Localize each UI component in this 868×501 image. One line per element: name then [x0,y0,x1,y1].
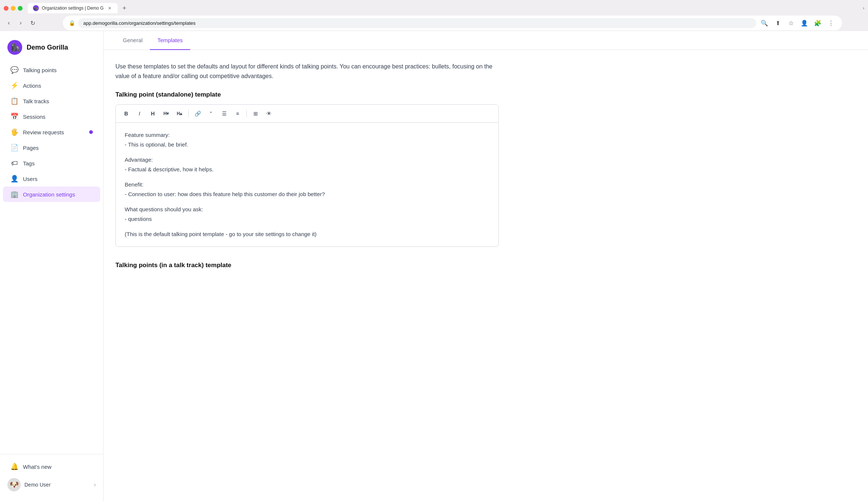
reload-button[interactable]: ↻ [27,18,38,28]
section1-title: Talking point (standalone) template [115,91,499,98]
sidebar: 🦍 Demo Gorilla 💬 Talking points ⚡ Action… [0,31,104,501]
tab-close-button[interactable]: ✕ [107,5,112,11]
tab-overflow-button[interactable]: › [863,6,864,11]
editor-line: Feature summary:- This is optional, be b… [125,130,489,149]
review-requests-icon: 🖐 [10,128,18,136]
share-icon[interactable]: ⬆ [773,18,783,28]
pages-icon: 📄 [10,144,18,152]
sidebar-item-label: Pages [23,145,39,151]
user-row[interactable]: 🐶 Demo User › [0,474,103,495]
toolbar-separator2 [246,110,247,117]
blockquote-button[interactable]: " [205,108,217,120]
link-button[interactable]: 🔗 [192,108,203,120]
sidebar-item-label: Review requests [23,129,64,135]
sidebar-nav: 💬 Talking points ⚡ Actions 📋 Talk tracks… [0,62,103,202]
editor-line: Benefit:- Connection to user: how does t… [125,180,489,199]
sidebar-item-label: Talking points [23,67,57,73]
actions-icon: ⚡ [10,81,18,90]
page-description: Use these templates to set the defaults … [115,62,499,81]
editor1-container: B I H H▾ H▴ 🔗 " ☰ ≡ ⊞ 👁 Feature summar [115,104,499,247]
browser-chrome: 🦍 Organization settings | Demo G ✕ + › ‹… [0,0,868,31]
toolbar-separator [188,110,189,117]
sidebar-item-talking-points[interactable]: 💬 Talking points [3,62,100,78]
maximize-window-button[interactable] [18,6,23,11]
table-button[interactable]: ⊞ [250,108,262,120]
logo-text: Demo Gorilla [27,44,68,51]
sidebar-item-pages[interactable]: 📄 Pages [3,140,100,155]
browser-toolbar-icons: 🔍 ⬆ ☆ 👤 🧩 ⋮ [759,18,836,28]
sidebar-item-review-requests[interactable]: 🖐 Review requests [3,124,100,140]
h1-button[interactable]: H [147,108,159,120]
section2-title: Talking points (in a talk track) templat… [115,262,499,269]
sidebar-item-label: Sessions [23,114,46,120]
sidebar-item-talk-tracks[interactable]: 📋 Talk tracks [3,93,100,109]
sidebar-bottom: 🔔 What's new 🐶 Demo User › [0,454,103,495]
close-window-button[interactable] [4,6,9,11]
menu-icon[interactable]: ⋮ [826,18,836,28]
h2-button[interactable]: H▾ [160,108,172,120]
editor-line: (This is the default talking point templ… [125,229,489,239]
talk-tracks-icon: 📋 [10,97,18,105]
sidebar-item-label: Tags [23,160,35,167]
app-container: 🦍 Demo Gorilla 💬 Talking points ⚡ Action… [0,31,868,501]
bookmark-icon[interactable]: ☆ [786,18,796,28]
user-avatar: 🐶 [7,478,21,491]
sidebar-logo: 🦍 Demo Gorilla [0,37,103,62]
sidebar-item-actions[interactable]: ⚡ Actions [3,78,100,93]
address-bar-row: ‹ › ↻ 🔒 🔍 ⬆ ☆ 👤 🧩 ⋮ [4,16,864,30]
new-tab-button[interactable]: + [119,3,129,13]
editor1-body[interactable]: Feature summary:- This is optional, be b… [116,123,498,246]
sidebar-item-label: Users [23,176,37,182]
minimize-window-button[interactable] [11,6,16,11]
tabs-bar: General Templates [104,31,868,50]
tab-general[interactable]: General [115,31,150,50]
bold-button[interactable]: B [120,108,132,120]
sidebar-item-organization-settings[interactable]: 🏢 Organization settings [3,186,100,202]
tags-icon: 🏷 [10,159,18,167]
italic-button[interactable]: I [134,108,145,120]
whats-new-icon: 🔔 [10,463,18,471]
active-tab[interactable]: 🦍 Organization settings | Demo G ✕ [28,3,118,13]
back-button[interactable]: ‹ [4,18,14,28]
address-bar: 🔒 🔍 ⬆ ☆ 👤 🧩 ⋮ [63,16,842,30]
tab-favicon: 🦍 [33,5,39,11]
window-controls [4,6,23,11]
user-menu-chevron: › [94,481,96,488]
sidebar-item-label: Actions [23,83,41,89]
whats-new-label: What's new [23,464,51,470]
sidebar-item-whats-new[interactable]: 🔔 What's new [3,459,100,474]
sidebar-item-users[interactable]: 👤 Users [3,171,100,186]
ordered-list-button[interactable]: ≡ [232,108,243,120]
sidebar-item-tags[interactable]: 🏷 Tags [3,155,100,171]
url-input[interactable] [78,18,756,28]
h3-button[interactable]: H▴ [174,108,185,120]
logo-icon: 🦍 [7,40,22,55]
tabs-area: 🦍 Organization settings | Demo G ✕ + [28,3,861,13]
tab-bar: 🦍 Organization settings | Demo G ✕ + › [4,3,864,13]
main-content: General Templates Use these templates to… [104,31,868,501]
preview-button[interactable]: 👁 [263,108,275,120]
nav-controls: ‹ › ↻ [4,18,38,28]
org-settings-icon: 🏢 [10,190,18,198]
search-icon[interactable]: 🔍 [759,18,770,28]
sidebar-item-label: Organization settings [23,191,75,198]
tab-title: Organization settings | Demo G [42,6,104,11]
editor-line: What questions should you ask:- question… [125,205,489,223]
sidebar-item-sessions[interactable]: 📅 Sessions [3,109,100,124]
profile-icon[interactable]: 👤 [799,18,810,28]
extensions-icon[interactable]: 🧩 [813,18,823,28]
sessions-icon: 📅 [10,112,18,121]
user-name: Demo User [24,482,51,488]
review-requests-badge [89,130,93,134]
forward-button[interactable]: › [16,18,26,28]
talking-points-icon: 💬 [10,66,18,74]
editor-line: Advantage:- Factual & descriptive, how i… [125,155,489,174]
users-icon: 👤 [10,175,18,183]
bullet-list-button[interactable]: ☰ [218,108,230,120]
page-content: Use these templates to set the defaults … [104,50,511,287]
editor-toolbar: B I H H▾ H▴ 🔗 " ☰ ≡ ⊞ 👁 [116,105,498,123]
tab-templates[interactable]: Templates [150,31,190,50]
sidebar-item-label: Talk tracks [23,98,49,104]
